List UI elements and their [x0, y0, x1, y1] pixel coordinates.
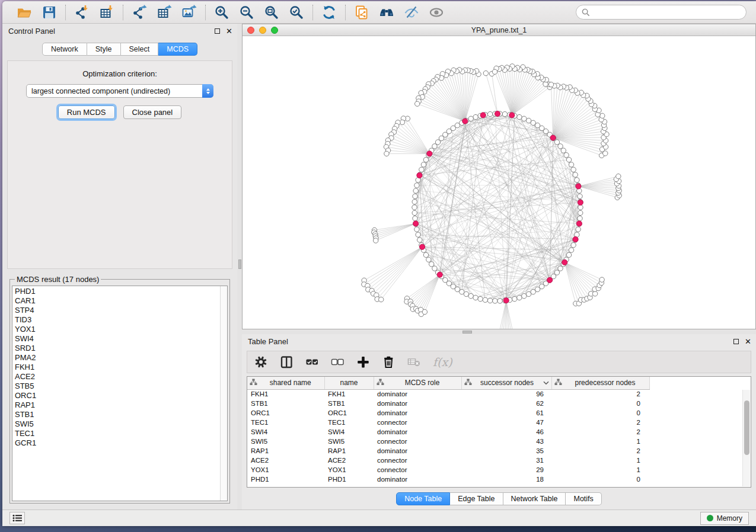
application-window: Control Panel ✕ NetworkStyleSelectMCDS O…	[2, 1, 756, 526]
folder-open-icon[interactable]	[16, 4, 33, 21]
network-view-window: YPA_prune.txt_1	[242, 24, 756, 329]
deselect-all-icon[interactable]	[331, 354, 344, 370]
mcds-node-item[interactable]: ACE2	[15, 372, 218, 382]
list-scrollbar[interactable]	[220, 286, 227, 501]
columns-icon[interactable]	[280, 354, 294, 370]
zoom-selected-icon[interactable]	[288, 4, 305, 21]
mcds-node-item[interactable]: PMA2	[15, 353, 218, 363]
maximize-window-icon[interactable]	[271, 27, 278, 34]
binoculars-icon[interactable]	[378, 4, 395, 21]
zoom-in-icon[interactable]	[213, 4, 230, 21]
select-all-icon[interactable]	[305, 354, 319, 370]
optimization-criterion-dropdown[interactable]: largest connected component (undirected)	[26, 84, 213, 98]
mcds-node-item[interactable]: GCR1	[15, 438, 218, 448]
table-row[interactable]: SWI4SWI4dominator462	[247, 427, 649, 437]
run-mcds-button[interactable]: Run MCDS	[58, 105, 115, 119]
float-panel-icon[interactable]	[733, 339, 739, 344]
network-canvas[interactable]	[243, 36, 755, 329]
tab-node-table[interactable]: Node Table	[396, 492, 450, 505]
mcds-node-item[interactable]: PHD1	[15, 287, 218, 296]
mcds-node-item[interactable]: SRD1	[15, 344, 218, 353]
table-row[interactable]: ORC1ORC1dominator610	[247, 408, 649, 418]
tab-edge-table[interactable]: Edge Table	[450, 492, 503, 505]
mcds-panel: Optimization criterion: largest connecte…	[7, 60, 232, 269]
mcds-node-item[interactable]: TID3	[15, 315, 218, 325]
hide-eye-icon[interactable]	[403, 4, 420, 21]
mcds-node-item[interactable]: RAP1	[15, 400, 218, 410]
mcds-node-item[interactable]: STP4	[15, 306, 218, 315]
zoom-out-icon[interactable]	[238, 4, 255, 21]
attribute-type-icon	[464, 379, 474, 387]
tab-motifs[interactable]: Motifs	[566, 492, 601, 505]
add-row-icon[interactable]	[356, 354, 370, 370]
search-input[interactable]	[594, 8, 741, 17]
gear-icon[interactable]	[254, 354, 268, 370]
import-table-icon[interactable]	[98, 4, 115, 21]
memory-button[interactable]: Memory	[700, 512, 749, 525]
export-table-icon[interactable]	[156, 4, 173, 21]
node-table: shared namenameMCDS rolesuccessor nodesp…	[247, 377, 649, 484]
tab-select[interactable]: Select	[121, 43, 159, 56]
search-icon	[582, 8, 590, 17]
network-window-title: YPA_prune.txt_1	[243, 26, 755, 34]
table-row[interactable]: PHD1PHD1dominator180	[247, 475, 649, 484]
mcds-node-item[interactable]: ORC1	[15, 391, 218, 400]
export-network-icon[interactable]	[131, 4, 148, 21]
export-image-icon[interactable]	[181, 4, 197, 21]
attribute-type-icon	[554, 379, 564, 387]
table-row[interactable]: RAP1RAP1dominator352	[247, 446, 649, 456]
control-panel-title: Control Panel	[8, 27, 55, 36]
close-panel-button[interactable]: Close panel	[123, 105, 182, 119]
column-header-successor-nodes[interactable]: successor nodes	[461, 377, 551, 389]
mcds-node-item[interactable]: FKH1	[15, 363, 218, 372]
optimization-criterion-label: Optimization criterion:	[8, 69, 232, 78]
minimize-window-icon[interactable]	[259, 27, 266, 34]
tab-style[interactable]: Style	[87, 43, 121, 56]
splitter-grip[interactable]	[462, 331, 472, 334]
table-toolbar: f(x)	[247, 351, 751, 373]
mcds-node-item[interactable]: STB5	[15, 382, 218, 391]
horizontal-splitter[interactable]	[242, 329, 756, 334]
table-row[interactable]: FKH1FKH1dominator962	[247, 389, 649, 399]
show-eye-icon[interactable]	[428, 4, 445, 21]
column-header-name[interactable]: name	[324, 377, 374, 389]
import-network-icon[interactable]	[74, 4, 90, 21]
control-panel-tabs: NetworkStyleSelectMCDS	[2, 43, 237, 56]
mcds-node-item[interactable]: TEC1	[15, 429, 218, 438]
table-scrollbar[interactable]	[742, 390, 750, 486]
float-panel-icon[interactable]	[215, 28, 220, 34]
mcds-node-item[interactable]: SWI4	[15, 334, 218, 344]
column-header-shared-name[interactable]: shared name	[247, 377, 324, 389]
search-field[interactable]	[576, 5, 747, 20]
layout-refresh-icon[interactable]	[321, 4, 337, 21]
table-row[interactable]: YOX1YOX1connector291	[247, 465, 649, 475]
column-header-MCDS-role[interactable]: MCDS role	[374, 377, 461, 389]
save-icon[interactable]	[41, 4, 58, 21]
vertical-splitter[interactable]	[237, 24, 242, 509]
mcds-node-item[interactable]: CAR1	[15, 296, 218, 306]
tab-mcds[interactable]: MCDS	[158, 43, 197, 56]
mcds-node-item[interactable]: YOX1	[15, 325, 218, 334]
delete-row-icon[interactable]	[382, 354, 395, 370]
column-header-predecessor-nodes[interactable]: predecessor nodes	[551, 377, 649, 389]
table-row[interactable]: TEC1TEC1connector472	[247, 418, 649, 427]
tab-network[interactable]: Network	[42, 43, 87, 56]
task-history-button[interactable]	[9, 512, 25, 524]
close-window-icon[interactable]	[247, 27, 254, 34]
tab-network-table[interactable]: Network Table	[503, 492, 566, 505]
table-row[interactable]: SWI5SWI5connector431	[247, 437, 649, 446]
copy-share-icon[interactable]	[353, 4, 370, 21]
mcds-result-list[interactable]: PHD1CAR1STP4TID3YOX1SWI4SRD1PMA2FKH1ACE2…	[12, 286, 228, 501]
splitter-grip[interactable]	[238, 259, 241, 269]
close-panel-icon[interactable]: ✕	[226, 27, 232, 35]
table-row[interactable]: ACE2ACE2connector311	[247, 456, 649, 465]
table-scrollbar-thumb[interactable]	[744, 400, 749, 455]
zoom-fit-icon[interactable]	[263, 4, 280, 21]
table-row[interactable]: STB1STB1dominator620	[247, 399, 649, 408]
mcds-node-item[interactable]: SWI5	[15, 419, 218, 429]
mcds-node-item[interactable]: STB1	[15, 410, 218, 419]
close-panel-icon[interactable]: ✕	[745, 338, 751, 345]
mcds-result-group: MCDS result (17 nodes) PHD1CAR1STP4TID3Y…	[9, 275, 230, 504]
network-window-titlebar[interactable]: YPA_prune.txt_1	[243, 24, 755, 36]
main-toolbar	[2, 1, 756, 24]
